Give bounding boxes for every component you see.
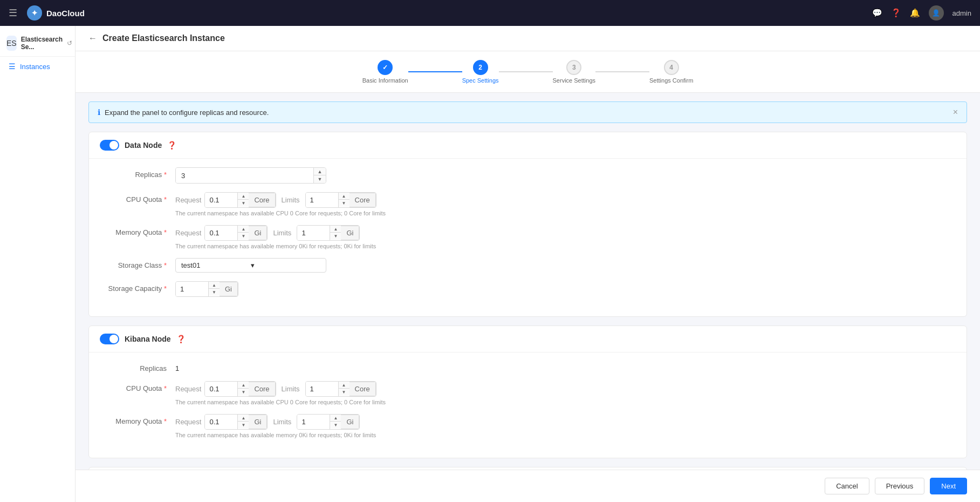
kibana-node-cpu-request-label: Request (175, 385, 201, 393)
step-line-3 (595, 71, 649, 72)
data-node-memory-request-down[interactable]: ▼ (238, 233, 249, 240)
back-arrow[interactable]: ← (88, 33, 97, 43)
kibana-node-memory-request-down[interactable]: ▼ (238, 422, 249, 429)
info-close-icon[interactable]: × (953, 107, 958, 117)
kibana-node-cpu-request-input[interactable] (205, 382, 237, 396)
logo-icon: ✦ (27, 5, 42, 21)
kibana-node-name: Kibana Node (125, 335, 171, 343)
data-node-cpu-limits-down[interactable]: ▼ (339, 200, 349, 207)
data-node-storage-class-label: Storage Class (100, 258, 175, 269)
step-line-2 (499, 71, 553, 72)
kibana-node-memory-request-input[interactable] (205, 415, 237, 429)
data-node-cpu-limits-group: ▲ ▼ Core (305, 192, 376, 208)
kibana-node-memory-label: Memory Quota (100, 414, 175, 425)
sidebar-app-icon: ES (6, 36, 17, 51)
data-node-storage-capacity-control: ▲ ▼ Gi (175, 281, 238, 297)
data-node-memory-limits-down[interactable]: ▼ (330, 233, 341, 240)
data-node-cpu-limits-up[interactable]: ▲ (339, 193, 349, 200)
kibana-node-cpu-limits-group: ▲ ▼ Core (305, 381, 376, 397)
data-node-toggle[interactable] (100, 140, 119, 151)
kibana-node-body: Replicas 1 CPU Quota Request (89, 352, 967, 458)
data-node-header: Data Node ❓ (89, 132, 967, 159)
kibana-node-cpu-limits-up[interactable]: ▲ (339, 382, 349, 389)
data-node-storage-capacity-input[interactable] (176, 282, 208, 296)
data-node-memory-row: Memory Quota Request ▲ ▼ (100, 225, 956, 249)
data-node-cpu-request-down[interactable]: ▼ (238, 200, 249, 207)
kibana-node-memory-limits-input[interactable] (297, 415, 330, 429)
content-area: ← Create Elasticsearch Instance ✓ Basic … (76, 26, 980, 502)
kibana-node-memory-control: Request ▲ ▼ Gi Limits (175, 414, 376, 438)
data-node-cpu-limits-unit: Core (349, 193, 376, 207)
data-node-storage-class-select[interactable]: test01 ▾ (175, 258, 326, 273)
data-node-storage-capacity-label: Storage Capacity (100, 281, 175, 293)
kibana-node-memory-limits-group: ▲ ▼ Gi (297, 414, 360, 430)
data-node-memory-hint: The current namespace has available memo… (175, 243, 376, 249)
step-2-label: Spec Settings (462, 77, 499, 84)
data-node-help-icon[interactable]: ❓ (167, 141, 176, 150)
step-basic-info: ✓ Basic Information (362, 60, 408, 84)
kibana-node-help-icon[interactable]: ❓ (176, 335, 186, 343)
sidebar-refresh-icon[interactable]: ↺ (67, 39, 72, 47)
steps-bar: ✓ Basic Information 2 Spec Settings 3 Se… (76, 51, 980, 93)
data-node-memory-limits-group: ▲ ▼ Gi (297, 225, 360, 241)
data-node-cpu-label: CPU Quota (100, 192, 175, 203)
help-icon[interactable]: ❓ (891, 8, 901, 18)
kibana-node-memory-limits-down[interactable]: ▼ (330, 422, 341, 429)
kibana-node-toggle-knob (109, 335, 118, 343)
steps: ✓ Basic Information 2 Spec Settings 3 Se… (362, 60, 694, 84)
data-node-storage-capacity-group: ▲ ▼ Gi (175, 281, 238, 297)
step-1-circle: ✓ (378, 60, 393, 75)
data-node-body: Replicas ▲ ▼ (89, 159, 967, 316)
sidebar-item-instances[interactable]: ☰ Instances (0, 57, 75, 76)
kibana-node-cpu-limits-input[interactable] (306, 382, 338, 396)
data-node-memory-request-up[interactable]: ▲ (238, 226, 249, 233)
data-node-cpu-hint: The current namespace has available CPU … (175, 210, 386, 216)
data-node-storage-capacity-row-inner: ▲ ▼ Gi (175, 281, 238, 297)
data-node-replicas-up[interactable]: ▲ (314, 168, 326, 175)
data-node-storage-capacity-down[interactable]: ▼ (209, 289, 220, 296)
data-node-replicas-down[interactable]: ▼ (314, 175, 326, 183)
kibana-node-cpu-request-up[interactable]: ▲ (238, 382, 249, 389)
info-banner: ℹ Expand the panel to configure replicas… (88, 101, 967, 123)
kibana-node-memory-quota-row: Request ▲ ▼ Gi Limits (175, 414, 376, 430)
bell-icon[interactable]: 🔔 (910, 8, 920, 18)
data-node-cpu-quota-row: Request ▲ ▼ Core Limits (175, 192, 386, 208)
data-node-memory-limits-input[interactable] (297, 226, 330, 240)
instances-nav-icon: ☰ (9, 62, 16, 71)
kibana-node-memory-request-up[interactable]: ▲ (238, 415, 249, 422)
data-node-replicas-control: ▲ ▼ (175, 167, 326, 184)
cancel-button[interactable]: Cancel (825, 478, 869, 494)
kibana-node-cpu-limits-down[interactable]: ▼ (339, 389, 349, 396)
data-node-memory-limits-unit: Gi (341, 226, 359, 240)
next-button[interactable]: Next (930, 478, 967, 494)
data-node-replicas-input[interactable] (176, 168, 313, 183)
step-1-label: Basic Information (362, 77, 408, 84)
data-node-replicas-spinners: ▲ ▼ (313, 168, 326, 183)
page-header: ← Create Elasticsearch Instance (76, 26, 980, 51)
data-node-cpu-row: CPU Quota Request ▲ ▼ Co (100, 192, 956, 216)
data-node-cpu-control: Request ▲ ▼ Core Limits (175, 192, 386, 216)
kibana-node-memory-row: Memory Quota Request ▲ ▼ (100, 414, 956, 438)
chat-icon[interactable]: 💬 (872, 8, 882, 18)
topnav-left: ☰ ✦ DaoCloud (9, 5, 85, 21)
data-node-storage-capacity-spinner: ▲ ▼ (208, 282, 220, 296)
data-node-memory-request-input[interactable] (205, 226, 237, 240)
info-icon: ℹ (98, 108, 100, 117)
sidebar-app-item[interactable]: ES Elasticsearch Se... ↺ (0, 30, 75, 57)
data-node-cpu-request-up[interactable]: ▲ (238, 193, 249, 200)
kibana-node-memory-hint: The current namespace has available memo… (175, 432, 376, 438)
data-node-cpu-limits-input[interactable] (306, 193, 338, 207)
hamburger-icon[interactable]: ☰ (9, 7, 17, 19)
avatar[interactable]: 👤 (929, 5, 944, 21)
kibana-node-cpu-request-down[interactable]: ▼ (238, 389, 249, 396)
step-line-1 (408, 71, 462, 72)
data-node-cpu-request-input[interactable] (205, 193, 237, 207)
kibana-node-cpu-row: CPU Quota Request ▲ ▼ Co (100, 381, 956, 405)
previous-button[interactable]: Previous (875, 478, 925, 494)
kibana-node-toggle[interactable] (100, 334, 119, 344)
data-node-memory-limits-up[interactable]: ▲ (330, 226, 341, 233)
kibana-node-memory-limits-up[interactable]: ▲ (330, 415, 341, 422)
data-node-storage-class-value: test01 (181, 261, 251, 269)
data-node-storage-capacity-up[interactable]: ▲ (209, 282, 220, 289)
data-node-memory-request-group: ▲ ▼ Gi (204, 225, 268, 241)
